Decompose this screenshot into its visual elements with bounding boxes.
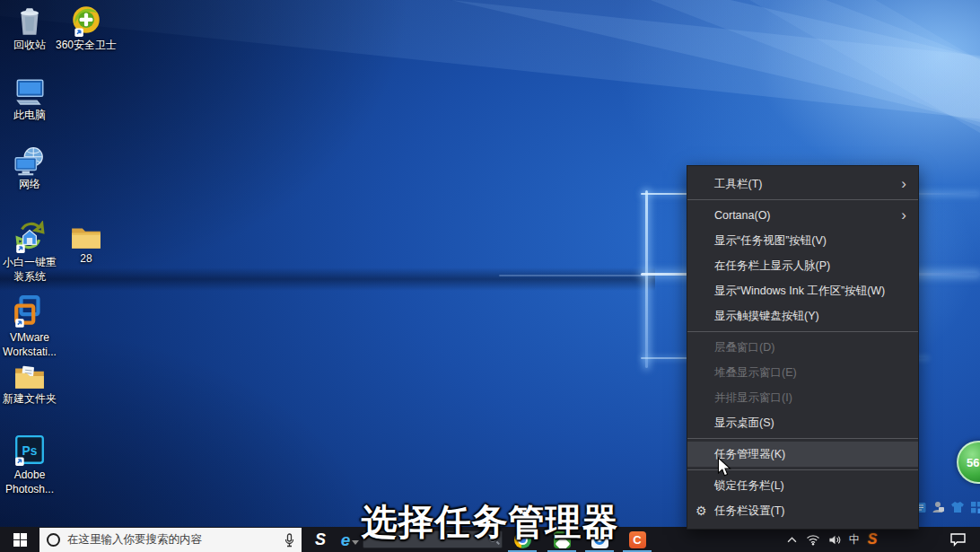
icon-label: 360安全卫士 — [56, 39, 117, 52]
wifi-icon — [806, 534, 820, 546]
start-button[interactable] — [0, 527, 39, 552]
icon-label: Workstati... — [3, 346, 57, 359]
menu-item-show-people[interactable]: 在任务栏上显示人脉(P) — [687, 253, 918, 278]
photoshop-icon: Ps — [13, 434, 47, 468]
desktop-icon-photoshop[interactable]: Ps Adobe Photosh... — [0, 434, 59, 496]
taskbar-search[interactable]: 在这里输入你要搜索的内容 — [39, 528, 302, 552]
chevron-up-icon — [787, 537, 797, 543]
skin-tshirt-icon[interactable] — [950, 501, 965, 513]
360-safe-icon — [69, 4, 103, 38]
icon-label: Adobe — [14, 469, 46, 482]
menu-item-label: 堆叠显示窗口(E) — [714, 366, 797, 379]
icon-label: 网络 — [19, 178, 40, 191]
icon-label: 28 — [80, 252, 92, 266]
this-pc-icon — [13, 77, 47, 108]
desktop-icon-recycle-bin[interactable]: 回收站 — [0, 5, 59, 52]
sogou-browser-s-icon: S — [315, 530, 326, 549]
menu-item-cascade-windows: 层叠窗口(D) — [687, 335, 918, 360]
menu-item-show-windows-ink[interactable]: 显示“Windows Ink 工作区”按钮(W) — [687, 278, 918, 303]
submenu-chevron-icon: › — [901, 171, 906, 197]
video-subtitle: 选择任务管理器 — [362, 497, 619, 547]
person-icon[interactable] — [932, 501, 945, 513]
sogou-input-toolbar[interactable] — [912, 501, 980, 513]
desktop-icon-vmware[interactable]: VMware Workstati... — [0, 294, 59, 359]
taskbar-internet-explorer[interactable]: e — [337, 527, 363, 552]
windows-logo-icon — [13, 533, 27, 547]
menu-item-label: 层叠窗口(D) — [714, 341, 774, 354]
icon-label: 新建文件夹 — [3, 392, 57, 406]
microphone-icon[interactable] — [284, 533, 294, 548]
menu-item-label: Cortana(O) — [714, 209, 771, 222]
ball-value: 56 — [967, 456, 979, 469]
desktop-icon-network[interactable]: 网络 — [0, 146, 59, 191]
menu-item-task-manager[interactable]: 任务管理器(K) — [687, 442, 918, 467]
menu-item-label: 在任务栏上显示人脉(P) — [714, 259, 830, 272]
icon-label: 此电脑 — [13, 109, 46, 122]
xiaobai-reinstall-icon — [13, 221, 47, 255]
menu-item-label: 并排显示窗口(I) — [714, 391, 792, 404]
taskbar-context-menu: 工具栏(T) › Cortana(O) › 显示“任务视图”按钮(V) 在任务栏… — [687, 165, 919, 530]
menu-item-stack-windows: 堆叠显示窗口(E) — [687, 360, 918, 385]
desktop-icon-xiaobai[interactable]: 小白一键重 装系统 — [0, 221, 59, 284]
toolbox-grid-icon[interactable] — [970, 501, 980, 513]
menu-item-cortana[interactable]: Cortana(O) › — [687, 203, 918, 228]
icon-label: 小白一键重 — [3, 256, 57, 269]
network-icon — [13, 146, 47, 177]
tray-ime-indicator[interactable]: 中 — [845, 527, 863, 552]
menu-item-show-task-view[interactable]: 显示“任务视图”按钮(V) — [687, 228, 918, 253]
desktop-icon-new-folder[interactable]: 新建文件夹 — [0, 363, 59, 406]
camtasia-c-icon: C — [629, 531, 646, 548]
folder-icon — [13, 363, 46, 391]
desktop-icon-this-pc[interactable]: 此电脑 — [0, 77, 59, 122]
dropdown-caret-icon — [352, 540, 359, 545]
menu-item-label: 显示“Windows Ink 工作区”按钮(W) — [714, 285, 885, 297]
icon-label: 回收站 — [13, 39, 46, 52]
tray-hidden-icons[interactable] — [781, 527, 802, 552]
menu-separator — [687, 469, 918, 470]
menu-item-toolbars[interactable]: 工具栏(T) › — [687, 171, 918, 197]
sogou-s-icon: S — [868, 531, 878, 548]
folder-icon — [70, 223, 102, 251]
windows-desktop: 回收站 360安全卫士 此电脑 网络 — [0, 0, 980, 552]
menu-separator — [687, 438, 918, 439]
menu-separator — [687, 331, 918, 332]
cortana-circle-icon — [47, 533, 60, 547]
tray-wifi[interactable] — [802, 527, 824, 552]
menu-item-label: 显示桌面(S) — [714, 416, 774, 429]
menu-item-show-touch-keyboard[interactable]: 显示触摸键盘按钮(Y) — [687, 303, 918, 329]
tray-action-center[interactable] — [942, 527, 973, 552]
recycle-bin-icon — [14, 5, 45, 38]
vmware-icon — [12, 294, 48, 330]
icon-label: Photosh... — [5, 483, 54, 496]
ime-zh-label: 中 — [849, 532, 861, 548]
icon-label: 装系统 — [13, 270, 46, 284]
menu-item-side-by-side-windows: 并排显示窗口(I) — [687, 385, 918, 410]
menu-item-label: 锁定任务栏(L) — [714, 479, 784, 492]
menu-item-label: 显示“任务视图”按钮(V) — [714, 234, 827, 247]
tray-sogou-input[interactable]: S — [862, 527, 883, 552]
menu-item-label: 显示触摸键盘按钮(Y) — [714, 310, 819, 322]
menu-item-taskbar-settings[interactable]: ⚙ 任务栏设置(T) — [687, 498, 918, 523]
desktop-icon-360-safe[interactable]: 360安全卫士 — [57, 4, 116, 52]
submenu-chevron-icon: › — [901, 203, 906, 228]
menu-item-show-desktop[interactable]: 显示桌面(S) — [687, 410, 918, 435]
gear-icon: ⚙ — [696, 498, 707, 523]
menu-separator — [687, 199, 918, 200]
tray-volume[interactable] — [824, 527, 845, 552]
internet-explorer-icon: e — [341, 531, 351, 548]
menu-item-label: 工具栏(T) — [714, 178, 762, 190]
taskbar-camtasia[interactable]: C — [621, 527, 653, 552]
icon-label: VMware — [10, 331, 49, 345]
taskbar-sogou-browser[interactable]: S — [305, 527, 336, 552]
desktop-icon-folder-28[interactable]: 28 — [57, 223, 116, 266]
search-placeholder: 在这里输入你要搜索的内容 — [67, 532, 277, 548]
menu-item-lock-taskbar[interactable]: 锁定任务栏(L) — [687, 473, 918, 498]
speaker-icon — [828, 534, 842, 546]
speech-bubble-icon — [949, 532, 967, 547]
svg-text:Ps: Ps — [22, 444, 38, 458]
menu-item-label: 任务管理器(K) — [714, 448, 785, 460]
menu-item-label: 任务栏设置(T) — [714, 504, 784, 517]
